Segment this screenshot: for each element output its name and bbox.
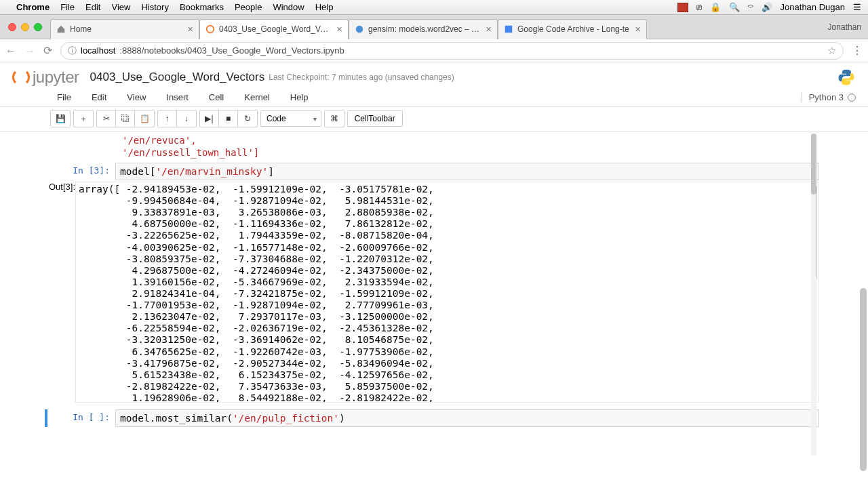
notebook-area[interactable]: '/en/revuca', '/en/russell_town_hall'] I…: [0, 132, 868, 466]
tab-close-icon[interactable]: ✕: [635, 25, 641, 34]
jmenu-help[interactable]: Help: [290, 92, 309, 102]
site-info-icon[interactable]: ⓘ: [68, 45, 77, 57]
svg-rect-2: [505, 26, 513, 33]
move-down-button[interactable]: ↓: [177, 110, 196, 127]
cell-type-value: Code: [267, 114, 286, 123]
svg-point-0: [207, 26, 214, 33]
tab-title: gensim: models.word2vec – De: [368, 24, 481, 34]
code-cell[interactable]: In [3]: model['/en/marvin_minsky']: [49, 163, 819, 180]
output-cell: Out[3]: array([ -2.94189453e-02, -1.5991…: [49, 182, 819, 403]
copy-button[interactable]: ⿻: [116, 110, 135, 127]
menu-help[interactable]: Help: [315, 2, 334, 12]
checkpoint-status: Last Checkpoint: 7 minutes ago (unsaved …: [269, 73, 454, 82]
kernel-status-icon: [848, 94, 856, 102]
move-up-button[interactable]: ↑: [158, 110, 177, 127]
recording-icon[interactable]: [677, 3, 688, 12]
chevron-down-icon: ▾: [313, 115, 317, 123]
menu-file[interactable]: File: [60, 2, 75, 12]
jupyter-icon: [205, 24, 215, 34]
mac-user[interactable]: Jonathan Dugan: [781, 2, 845, 12]
command-palette-button[interactable]: ⌘: [325, 110, 344, 127]
jupyter-header: jupyter 0403_Use_Google_Word_Vectors Las…: [0, 62, 868, 89]
code-output-fragment: '/en/revuca', '/en/russell_town_hall']: [49, 135, 819, 159]
site-icon: [355, 24, 364, 34]
home-icon: [56, 24, 66, 34]
airplay-icon[interactable]: ⎚: [696, 2, 702, 12]
menu-view[interactable]: View: [111, 2, 130, 12]
menu-window[interactable]: Window: [273, 2, 304, 12]
notebook-title[interactable]: 0403_Use_Google_Word_Vectors: [90, 70, 265, 84]
cell-input[interactable]: model.most_similar('/en/pulp_fiction'): [115, 409, 819, 427]
code-cell[interactable]: In [ ]: model.most_similar('/en/pulp_fic…: [45, 409, 819, 427]
close-window-button[interactable]: [8, 23, 16, 31]
jupyter-menubar: File Edit View Insert Cell Kernel Help P…: [0, 89, 868, 107]
jmenu-file[interactable]: File: [57, 92, 71, 102]
notebook-scrollbar[interactable]: [811, 134, 816, 455]
chrome-menu-icon[interactable]: ⋮: [852, 44, 863, 57]
stop-button[interactable]: ■: [219, 110, 238, 127]
back-button[interactable]: ←: [5, 45, 16, 57]
jupyter-logo-icon: [12, 68, 30, 86]
url-path: :8888/notebooks/0403_Use_Google_Word_Vec…: [119, 45, 344, 56]
page-scrollbar-thumb[interactable]: [860, 288, 867, 471]
tab-close-icon[interactable]: ✕: [336, 25, 342, 34]
tab-close-icon[interactable]: ✕: [187, 25, 193, 34]
scrollbar-thumb[interactable]: [811, 134, 816, 195]
browser-tab[interactable]: Home ✕: [50, 19, 199, 39]
address-input[interactable]: ⓘ localhost:8888/notebooks/0403_Use_Goog…: [60, 42, 844, 60]
jmenu-view[interactable]: View: [127, 92, 146, 102]
kernel-name: Python 3: [809, 92, 844, 102]
jmenu-kernel[interactable]: Kernel: [244, 92, 270, 102]
browser-tab[interactable]: gensim: models.word2vec – De ✕: [349, 19, 498, 39]
save-button[interactable]: 💾: [51, 110, 70, 127]
url-host: localhost: [81, 45, 115, 56]
menu-edit[interactable]: Edit: [85, 2, 100, 12]
menu-history[interactable]: History: [141, 2, 168, 12]
chrome-profile[interactable]: Jonathan: [828, 22, 861, 32]
volume-icon[interactable]: 🔊: [762, 2, 772, 12]
tab-title: 0403_Use_Google_Word_Vecto: [219, 24, 332, 34]
jupyter-logo-text: jupyter: [33, 68, 79, 87]
python-icon: [837, 68, 856, 87]
svg-point-1: [356, 26, 363, 33]
spotlight-icon[interactable]: 🔍: [729, 2, 740, 12]
browser-tab[interactable]: Google Code Archive - Long-te ✕: [498, 19, 647, 39]
menu-extras-icon[interactable]: ☰: [853, 2, 861, 12]
jupyter-toolbar: 💾 ＋ ✂ ⿻ 📋 ↑ ↓ ▶| ■ ↻ Code ▾ ⌘ CellToolba…: [0, 107, 868, 132]
mac-menubar: Chrome File Edit View History Bookmarks …: [0, 0, 868, 15]
browser-tab[interactable]: 0403_Use_Google_Word_Vecto ✕: [199, 19, 349, 39]
paste-button[interactable]: 📋: [135, 110, 154, 127]
cell-toolbar-button[interactable]: CellToolbar: [347, 110, 403, 127]
maximize-window-button[interactable]: [34, 23, 42, 31]
cell-input[interactable]: model['/en/marvin_minsky']: [115, 163, 819, 180]
jmenu-cell[interactable]: Cell: [209, 92, 224, 102]
tab-title: Home: [70, 24, 183, 34]
cell-prompt: In [3]:: [49, 163, 115, 180]
app-name[interactable]: Chrome: [16, 2, 50, 12]
bookmark-star-icon[interactable]: ☆: [827, 45, 836, 57]
add-cell-button[interactable]: ＋: [74, 110, 93, 127]
wifi-icon[interactable]: ⌔: [748, 2, 753, 12]
cell-type-select[interactable]: Code ▾: [260, 110, 321, 127]
forward-button[interactable]: →: [24, 45, 35, 57]
google-icon: [504, 24, 513, 34]
jmenu-edit[interactable]: Edit: [92, 92, 106, 102]
output-prompt: Out[3]:: [49, 182, 75, 403]
jupyter-logo[interactable]: jupyter: [12, 68, 79, 87]
window-controls: [0, 23, 50, 31]
cell-prompt: In [ ]:: [49, 409, 115, 427]
tab-title: Google Code Archive - Long-te: [517, 24, 631, 34]
reload-button[interactable]: ⟳: [43, 44, 52, 57]
run-button[interactable]: ▶|: [200, 110, 219, 127]
restart-button[interactable]: ↻: [238, 110, 257, 127]
output-area[interactable]: array([ -2.94189453e-02, -1.59912109e-02…: [75, 182, 819, 403]
browser-url-bar: ← → ⟳ ⓘ localhost:8888/notebooks/0403_Us…: [0, 39, 868, 62]
browser-tabbar: Home ✕ 0403_Use_Google_Word_Vecto ✕ gens…: [0, 15, 868, 39]
cut-button[interactable]: ✂: [97, 110, 116, 127]
lock-icon[interactable]: 🔒: [710, 2, 721, 12]
menu-people[interactable]: People: [235, 2, 262, 12]
menu-bookmarks[interactable]: Bookmarks: [180, 2, 224, 12]
minimize-window-button[interactable]: [21, 23, 29, 31]
tab-close-icon[interactable]: ✕: [486, 25, 492, 34]
jmenu-insert[interactable]: Insert: [166, 92, 189, 102]
